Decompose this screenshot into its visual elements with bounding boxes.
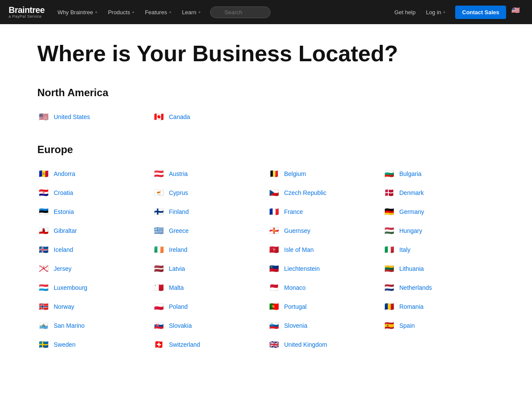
flag-icon: 🇩🇪 — [383, 206, 395, 218]
country-link[interactable]: Netherlands — [400, 284, 432, 291]
list-item[interactable]: 🇮🇹 Italy — [383, 244, 495, 256]
country-link[interactable]: Andorra — [54, 170, 76, 177]
country-link[interactable]: Luxembourg — [54, 284, 88, 291]
language-flag[interactable]: 🇺🇸 — [511, 6, 523, 18]
country-link[interactable]: United Kingdom — [284, 341, 327, 348]
list-item[interactable]: 🇳🇴 Norway — [38, 301, 149, 313]
country-link[interactable]: Slovenia — [284, 322, 308, 329]
list-item[interactable]: 🇵🇹 Portugal — [268, 301, 380, 313]
flag-icon: 🇦🇹 — [153, 168, 165, 180]
list-item[interactable]: 🇳🇱 Netherlands — [383, 282, 495, 294]
country-link[interactable]: Slovakia — [169, 322, 192, 329]
country-link[interactable]: Finland — [169, 208, 189, 215]
nav-learn[interactable]: Learn + — [178, 0, 205, 24]
country-link[interactable]: Belgium — [284, 170, 306, 177]
list-item[interactable]: 🇱🇺 Luxembourg — [38, 282, 149, 294]
nav-products[interactable]: Products + — [104, 0, 139, 24]
list-item[interactable]: 🇪🇪 Estonia — [38, 206, 149, 218]
country-link[interactable]: Latvia — [169, 265, 185, 272]
flag-icon: 🇺🇸 — [38, 111, 50, 123]
list-item[interactable]: 🇺🇸 United States — [38, 111, 149, 123]
flag-icon: 🇬🇷 — [153, 225, 165, 237]
list-item[interactable]: 🇱🇻 Latvia — [153, 263, 264, 275]
list-item[interactable]: 🇧🇬 Bulgaria — [383, 168, 495, 180]
country-link[interactable]: Spain — [400, 322, 415, 329]
country-link[interactable]: Romania — [400, 303, 424, 310]
list-item[interactable]: 🇮🇪 Ireland — [153, 244, 264, 256]
country-link[interactable]: Bulgaria — [400, 170, 422, 177]
country-link[interactable]: Czech Republic — [284, 189, 327, 196]
country-link[interactable]: Germany — [400, 208, 425, 215]
list-item[interactable]: 🇱🇹 Lithuania — [383, 263, 495, 275]
nav-why-braintree[interactable]: Why Braintree + — [53, 0, 102, 24]
flag-icon: 🇱🇻 — [153, 263, 165, 275]
country-link[interactable]: Cyprus — [169, 189, 188, 196]
country-link[interactable]: Norway — [54, 303, 74, 310]
get-help-link[interactable]: Get help — [390, 9, 420, 16]
country-link[interactable]: Switzerland — [169, 341, 200, 348]
country-link[interactable]: Croatia — [54, 189, 73, 196]
list-item[interactable]: 🇫🇮 Finland — [153, 206, 264, 218]
list-item[interactable]: 🇨🇭 Switzerland — [153, 339, 264, 351]
flag-icon: 🇮🇹 — [383, 244, 395, 256]
list-item[interactable]: 🇭🇷 Croatia — [38, 187, 149, 199]
search-input[interactable] — [210, 6, 271, 18]
list-item[interactable]: 🇮🇸 Iceland — [38, 244, 149, 256]
country-link[interactable]: Iceland — [54, 246, 73, 253]
list-item[interactable]: 🇫🇷 France — [268, 206, 380, 218]
list-item[interactable]: 🇬🇧 United Kingdom — [268, 339, 380, 351]
list-item[interactable]: 🇩🇰 Denmark — [383, 187, 495, 199]
list-item[interactable]: 🇦🇩 Andorra — [38, 168, 149, 180]
list-item[interactable]: 🇲🇹 Malta — [153, 282, 264, 294]
list-item[interactable]: 🇱🇮 Liechtenstein — [268, 263, 380, 275]
list-item[interactable]: 🇮🇲 Isle of Man — [268, 244, 380, 256]
country-link[interactable]: Jersey — [54, 265, 72, 272]
list-item[interactable]: 🇧🇪 Belgium — [268, 168, 380, 180]
list-item[interactable]: 🇨🇾 Cyprus — [153, 187, 264, 199]
list-item[interactable]: 🇨🇦 Canada — [153, 111, 264, 123]
country-link[interactable]: Gibraltar — [54, 227, 77, 234]
list-item[interactable]: 🇸🇮 Slovenia — [268, 320, 380, 332]
list-item[interactable]: 🇲🇨 Monaco — [268, 282, 380, 294]
country-link[interactable]: United States — [54, 113, 90, 120]
country-link[interactable]: Lithuania — [400, 265, 424, 272]
logo[interactable]: Braintree a PayPal Service — [9, 6, 44, 19]
list-item[interactable]: 🇸🇲 San Marino — [38, 320, 149, 332]
list-item[interactable]: 🇦🇹 Austria — [153, 168, 264, 180]
login-button[interactable]: Log in + — [422, 9, 450, 16]
country-link[interactable]: Poland — [169, 303, 188, 310]
list-item[interactable]: 🇬🇮 Gibraltar — [38, 225, 149, 237]
country-link[interactable]: San Marino — [54, 322, 85, 329]
list-item[interactable]: 🇪🇸 Spain — [383, 320, 495, 332]
flag-icon: 🇳🇱 — [383, 282, 395, 294]
country-link[interactable]: Isle of Man — [284, 246, 314, 253]
country-link[interactable]: Guernsey — [284, 227, 311, 234]
list-item[interactable]: 🇬🇬 Guernsey — [268, 225, 380, 237]
country-link[interactable]: Italy — [400, 246, 411, 253]
country-link[interactable]: France — [284, 208, 303, 215]
nav-features[interactable]: Features + — [141, 0, 176, 24]
country-link[interactable]: Liechtenstein — [284, 265, 320, 272]
country-link[interactable]: Estonia — [54, 208, 74, 215]
contact-sales-button[interactable]: Contact Sales — [455, 6, 506, 19]
country-link[interactable]: Malta — [169, 284, 184, 291]
list-item[interactable]: 🇵🇱 Poland — [153, 301, 264, 313]
list-item[interactable]: 🇸🇪 Sweden — [38, 339, 149, 351]
country-link[interactable]: Canada — [169, 113, 190, 120]
country-link[interactable]: Denmark — [400, 189, 424, 196]
flag-icon: 🇱🇹 — [383, 263, 395, 275]
list-item[interactable]: 🇸🇰 Slovakia — [153, 320, 264, 332]
list-item[interactable]: 🇭🇺 Hungary — [383, 225, 495, 237]
country-link[interactable]: Greece — [169, 227, 189, 234]
list-item[interactable]: 🇷🇴 Romania — [383, 301, 495, 313]
list-item[interactable]: 🇨🇿 Czech Republic — [268, 187, 380, 199]
country-link[interactable]: Austria — [169, 170, 188, 177]
list-item[interactable]: 🇬🇷 Greece — [153, 225, 264, 237]
country-link[interactable]: Ireland — [169, 246, 188, 253]
country-link[interactable]: Sweden — [54, 341, 76, 348]
country-link[interactable]: Monaco — [284, 284, 306, 291]
list-item[interactable]: 🇩🇪 Germany — [383, 206, 495, 218]
country-link[interactable]: Hungary — [400, 227, 422, 234]
list-item[interactable]: 🇯🇪 Jersey — [38, 263, 149, 275]
country-link[interactable]: Portugal — [284, 303, 307, 310]
